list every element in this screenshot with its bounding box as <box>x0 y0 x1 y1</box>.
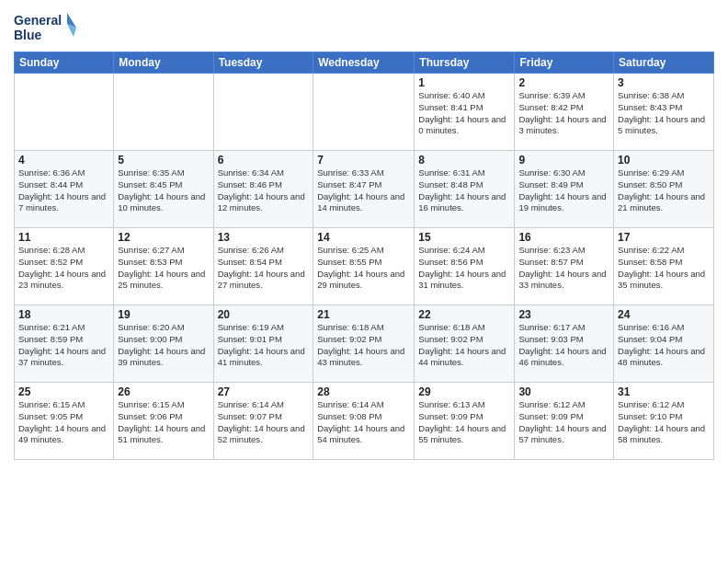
calendar-week-row: 18Sunrise: 6:21 AM Sunset: 8:59 PM Dayli… <box>15 305 714 383</box>
day-info: Sunrise: 6:23 AM Sunset: 8:57 PM Dayligh… <box>518 245 609 292</box>
day-number: 28 <box>317 385 410 398</box>
day-info: Sunrise: 6:12 AM Sunset: 9:09 PM Dayligh… <box>518 399 609 446</box>
calendar-cell: 11Sunrise: 6:28 AM Sunset: 8:52 PM Dayli… <box>15 228 114 305</box>
day-number: 16 <box>518 231 609 244</box>
day-number: 13 <box>218 231 310 244</box>
calendar-cell: 5Sunrise: 6:35 AM Sunset: 8:45 PM Daylig… <box>114 151 213 228</box>
logo: General Blue <box>14 9 78 46</box>
day-of-week-header: Tuesday <box>213 52 313 74</box>
day-number: 31 <box>618 385 710 398</box>
day-info: Sunrise: 6:17 AM Sunset: 9:03 PM Dayligh… <box>518 322 609 369</box>
day-of-week-header: Saturday <box>614 52 714 74</box>
calendar-cell: 27Sunrise: 6:14 AM Sunset: 9:07 PM Dayli… <box>213 383 313 460</box>
day-number: 4 <box>18 154 109 167</box>
calendar-cell <box>213 74 313 151</box>
day-info: Sunrise: 6:18 AM Sunset: 9:02 PM Dayligh… <box>317 322 410 369</box>
calendar-cell: 23Sunrise: 6:17 AM Sunset: 9:03 PM Dayli… <box>515 305 614 383</box>
day-info: Sunrise: 6:13 AM Sunset: 9:09 PM Dayligh… <box>418 399 510 446</box>
day-number: 24 <box>618 308 710 321</box>
calendar-cell: 18Sunrise: 6:21 AM Sunset: 8:59 PM Dayli… <box>15 305 114 383</box>
day-number: 19 <box>118 308 209 321</box>
day-number: 8 <box>418 154 510 167</box>
calendar-cell <box>15 74 114 151</box>
day-number: 20 <box>218 308 310 321</box>
calendar-cell: 29Sunrise: 6:13 AM Sunset: 9:09 PM Dayli… <box>415 383 515 460</box>
day-number: 3 <box>618 76 710 89</box>
day-info: Sunrise: 6:26 AM Sunset: 8:54 PM Dayligh… <box>218 245 310 292</box>
day-info: Sunrise: 6:31 AM Sunset: 8:48 PM Dayligh… <box>418 167 510 214</box>
day-number: 7 <box>317 154 410 167</box>
day-info: Sunrise: 6:39 AM Sunset: 8:42 PM Dayligh… <box>518 90 609 137</box>
calendar-cell: 26Sunrise: 6:15 AM Sunset: 9:06 PM Dayli… <box>114 383 213 460</box>
day-number: 10 <box>618 154 710 167</box>
calendar-cell: 1Sunrise: 6:40 AM Sunset: 8:41 PM Daylig… <box>415 74 515 151</box>
day-info: Sunrise: 6:15 AM Sunset: 9:06 PM Dayligh… <box>118 399 209 446</box>
day-number: 11 <box>18 231 109 244</box>
day-info: Sunrise: 6:33 AM Sunset: 8:47 PM Dayligh… <box>317 167 410 214</box>
calendar-cell <box>313 74 415 151</box>
day-number: 1 <box>418 76 510 89</box>
day-number: 25 <box>18 385 109 398</box>
day-number: 5 <box>118 154 209 167</box>
calendar-cell: 6Sunrise: 6:34 AM Sunset: 8:46 PM Daylig… <box>213 151 313 228</box>
calendar-cell <box>114 74 213 151</box>
calendar-cell: 31Sunrise: 6:12 AM Sunset: 9:10 PM Dayli… <box>614 383 714 460</box>
day-number: 9 <box>518 154 609 167</box>
day-number: 21 <box>317 308 410 321</box>
day-number: 15 <box>418 231 510 244</box>
calendar-cell: 30Sunrise: 6:12 AM Sunset: 9:09 PM Dayli… <box>515 383 614 460</box>
day-info: Sunrise: 6:20 AM Sunset: 9:00 PM Dayligh… <box>118 322 209 369</box>
svg-text:Blue: Blue <box>14 28 42 42</box>
calendar-cell: 17Sunrise: 6:22 AM Sunset: 8:58 PM Dayli… <box>614 228 714 305</box>
day-info: Sunrise: 6:35 AM Sunset: 8:45 PM Dayligh… <box>118 167 209 214</box>
day-number: 26 <box>118 385 209 398</box>
svg-text:General: General <box>14 13 62 28</box>
logo-svg: General Blue <box>14 9 78 46</box>
day-info: Sunrise: 6:18 AM Sunset: 9:02 PM Dayligh… <box>418 322 510 369</box>
calendar-cell: 28Sunrise: 6:14 AM Sunset: 9:08 PM Dayli… <box>313 383 415 460</box>
day-number: 2 <box>518 76 609 89</box>
calendar-cell: 3Sunrise: 6:38 AM Sunset: 8:43 PM Daylig… <box>614 74 714 151</box>
calendar-cell: 4Sunrise: 6:36 AM Sunset: 8:44 PM Daylig… <box>15 151 114 228</box>
day-info: Sunrise: 6:16 AM Sunset: 9:04 PM Dayligh… <box>618 322 710 369</box>
day-of-week-header: Thursday <box>415 52 515 74</box>
calendar-cell: 15Sunrise: 6:24 AM Sunset: 8:56 PM Dayli… <box>415 228 515 305</box>
calendar-header-row: SundayMondayTuesdayWednesdayThursdayFrid… <box>15 52 714 74</box>
day-info: Sunrise: 6:15 AM Sunset: 9:05 PM Dayligh… <box>18 399 109 446</box>
day-info: Sunrise: 6:28 AM Sunset: 8:52 PM Dayligh… <box>18 245 109 292</box>
calendar-cell: 21Sunrise: 6:18 AM Sunset: 9:02 PM Dayli… <box>313 305 415 383</box>
day-info: Sunrise: 6:36 AM Sunset: 8:44 PM Dayligh… <box>18 167 109 214</box>
day-info: Sunrise: 6:25 AM Sunset: 8:55 PM Dayligh… <box>317 245 410 292</box>
day-of-week-header: Friday <box>515 52 614 74</box>
day-info: Sunrise: 6:27 AM Sunset: 8:53 PM Dayligh… <box>118 245 209 292</box>
calendar-cell: 10Sunrise: 6:29 AM Sunset: 8:50 PM Dayli… <box>614 151 714 228</box>
day-info: Sunrise: 6:24 AM Sunset: 8:56 PM Dayligh… <box>418 245 510 292</box>
day-of-week-header: Monday <box>114 52 213 74</box>
day-info: Sunrise: 6:21 AM Sunset: 8:59 PM Dayligh… <box>18 322 109 369</box>
day-number: 29 <box>418 385 510 398</box>
calendar-cell: 20Sunrise: 6:19 AM Sunset: 9:01 PM Dayli… <box>213 305 313 383</box>
day-number: 18 <box>18 308 109 321</box>
day-info: Sunrise: 6:14 AM Sunset: 9:08 PM Dayligh… <box>317 399 410 446</box>
calendar-table: SundayMondayTuesdayWednesdayThursdayFrid… <box>14 52 714 460</box>
calendar-cell: 8Sunrise: 6:31 AM Sunset: 8:48 PM Daylig… <box>415 151 515 228</box>
day-info: Sunrise: 6:40 AM Sunset: 8:41 PM Dayligh… <box>418 90 510 137</box>
day-info: Sunrise: 6:14 AM Sunset: 9:07 PM Dayligh… <box>218 399 310 446</box>
day-info: Sunrise: 6:19 AM Sunset: 9:01 PM Dayligh… <box>218 322 310 369</box>
calendar-cell: 2Sunrise: 6:39 AM Sunset: 8:42 PM Daylig… <box>515 74 614 151</box>
calendar-cell: 9Sunrise: 6:30 AM Sunset: 8:49 PM Daylig… <box>515 151 614 228</box>
day-number: 17 <box>618 231 710 244</box>
day-number: 30 <box>518 385 609 398</box>
day-info: Sunrise: 6:22 AM Sunset: 8:58 PM Dayligh… <box>618 245 710 292</box>
calendar-week-row: 4Sunrise: 6:36 AM Sunset: 8:44 PM Daylig… <box>15 151 714 228</box>
day-info: Sunrise: 6:12 AM Sunset: 9:10 PM Dayligh… <box>618 399 710 446</box>
day-info: Sunrise: 6:29 AM Sunset: 8:50 PM Dayligh… <box>618 167 710 214</box>
day-number: 12 <box>118 231 209 244</box>
day-of-week-header: Wednesday <box>313 52 415 74</box>
calendar-week-row: 25Sunrise: 6:15 AM Sunset: 9:05 PM Dayli… <box>15 383 714 460</box>
day-info: Sunrise: 6:38 AM Sunset: 8:43 PM Dayligh… <box>618 90 710 137</box>
calendar-cell: 16Sunrise: 6:23 AM Sunset: 8:57 PM Dayli… <box>515 228 614 305</box>
calendar-cell: 24Sunrise: 6:16 AM Sunset: 9:04 PM Dayli… <box>614 305 714 383</box>
day-of-week-header: Sunday <box>15 52 114 74</box>
day-info: Sunrise: 6:30 AM Sunset: 8:49 PM Dayligh… <box>518 167 609 214</box>
